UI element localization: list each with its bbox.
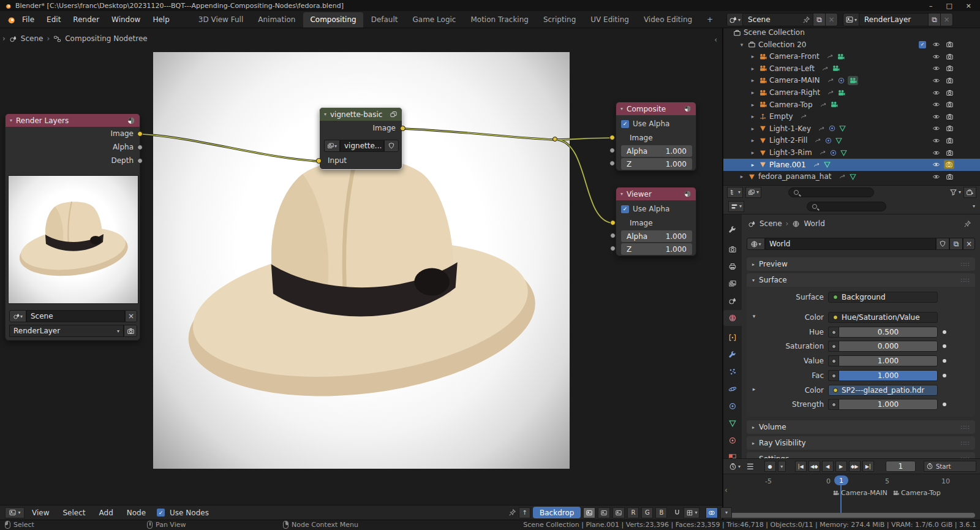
render-visibility-icon[interactable] [946,100,954,108]
vignette-image-socket[interactable] [400,126,405,131]
unlink-scene-button[interactable]: × [825,13,837,26]
surface-panel-header[interactable]: ▾ Surface ∷∷ [747,273,975,287]
panel-drag-handle[interactable]: ∷∷ [960,440,970,447]
vignette-node-header[interactable]: ▾ vignette-basic [320,108,402,121]
current-frame-field[interactable]: 1 [886,461,916,472]
collapse-node-icon[interactable]: ▾ [324,112,326,117]
disclosure-icon[interactable]: ▸ [749,137,756,143]
tab-world[interactable] [723,310,742,326]
tab-motion-tracking[interactable]: Motion Tracking [464,12,535,28]
render-visibility-icon[interactable] [946,113,954,121]
blender-menu-icon[interactable] [5,14,16,25]
world-browse-button[interactable]: ▾ [747,238,765,250]
outliner-row-light-1-key[interactable]: ▸ Light-1-Key [723,123,980,135]
hue-slider[interactable]: 0.500 [839,327,938,338]
tab-object-data[interactable] [723,415,742,431]
use-alpha-checkbox[interactable]: ✓ [621,205,629,213]
panel-drag-handle[interactable]: ∷∷ [960,277,970,284]
fac-slider[interactable]: 1.000 [839,370,938,381]
jump-to-end-button[interactable]: ▶| [862,461,874,472]
group-name-field[interactable]: vignette... [340,140,384,152]
disclosure-icon[interactable]: ▸ [749,89,756,96]
timeline-editor[interactable]: ▾ ☰ ● ▾ |◀ ◀◆ ◀ ▶ ◆▶ ▶| 1 Start -5 0 5 1… [723,458,980,520]
add-workspace-button[interactable]: + [700,12,720,28]
new-world-button[interactable]: ⧉ [949,238,963,250]
backdrop-alpha-button[interactable] [612,507,625,518]
start-frame-field[interactable]: Start [924,461,976,472]
keyframe-dot[interactable] [943,344,946,348]
socket-button[interactable] [828,341,839,352]
panel-drag-handle[interactable]: ∷∷ [960,261,970,268]
fake-user-button[interactable] [936,238,949,250]
ray-visibility-panel-header[interactable]: ▸ Ray Visibility ∷∷ [747,436,975,450]
hide-eye-icon[interactable] [932,40,940,48]
compositor-node-editor[interactable]: › Scene › Compositing Nodetree ‹ ▾ Rende… [0,28,723,505]
collapse-node-icon[interactable]: ▾ [10,118,12,123]
render-visibility-icon[interactable] [946,173,954,181]
properties-options-dropdown[interactable]: ▾ [973,203,975,209]
collapse-node-icon[interactable]: ▾ [620,191,623,197]
tab-render[interactable] [723,241,742,257]
menu-node[interactable]: Node [121,509,152,517]
current-frame-badge[interactable]: 1 [834,475,848,485]
scene-browse-button[interactable]: ▾ [727,13,743,26]
outliner-row-scene-collection[interactable]: Scene Collection [723,28,980,39]
socket-button[interactable] [828,355,839,366]
view-layer-selector[interactable]: ▾ RenderLayer ⧉ × [843,13,953,26]
disclosure-icon[interactable]: ▾ [738,42,745,48]
scene-name[interactable]: Scene [743,15,802,24]
unlink-scene-button[interactable]: × [125,310,137,322]
keyframe-dot[interactable] [943,374,946,377]
composite-z-socket[interactable] [609,161,615,166]
value-slider[interactable]: 1.000 [839,355,938,366]
disclosure-icon[interactable]: ▸ [749,53,756,59]
channel-r-button[interactable]: R [627,507,639,518]
tab-scripting[interactable]: Scripting [537,12,582,28]
outliner-search-input[interactable] [788,187,874,197]
keyframe-dot[interactable] [943,359,946,363]
tab-3d-view-full[interactable]: 3D View Full [192,12,251,28]
socket-button[interactable] [828,399,839,410]
menu-view[interactable]: View [26,509,55,517]
menu-add[interactable]: Add [93,509,119,517]
pin-icon[interactable] [508,509,516,517]
channel-b-button[interactable]: B [655,507,667,518]
render-visibility-icon[interactable] [946,89,954,97]
hide-eye-icon[interactable] [932,137,940,145]
tab-output[interactable] [723,259,742,274]
snap-settings-dropdown[interactable]: ▾ [684,507,699,518]
outliner-row-collection-20[interactable]: ▾ Collection 20 ✓ [723,39,980,51]
region-expand-arrow[interactable]: ‹ [725,486,728,494]
tab-modifiers[interactable] [723,347,742,363]
tab-particles[interactable] [723,364,742,380]
keyframe-dot[interactable] [943,330,946,334]
render-layers-image-socket[interactable] [137,131,143,137]
tab-game-logic[interactable]: Game Logic [406,12,463,28]
render-visibility-icon[interactable] [946,137,954,145]
next-keyframe-button[interactable]: ◆▶ [849,461,861,472]
tab-texture[interactable] [723,450,742,458]
hide-eye-icon[interactable] [932,149,940,157]
viewer-node[interactable]: ▾ Viewer ✓ Use Alpha Image Alpha1.000 Z1… [616,187,696,256]
play-reverse-button[interactable]: ◀ [822,461,834,472]
viewer-image-socket[interactable] [610,220,616,225]
keying-set-dropdown[interactable]: ▾ [778,461,786,472]
tab-physics[interactable] [723,381,742,397]
hide-eye-icon[interactable] [932,124,940,132]
render-layers-depth-socket[interactable] [137,158,143,164]
composite-node-header[interactable]: ▾ Composite [616,102,696,115]
composite-alpha-socket[interactable] [609,148,615,153]
viewer-alpha-socket[interactable] [610,233,616,238]
tab-animation[interactable]: Animation [251,12,302,28]
hide-eye-icon[interactable] [932,100,940,108]
render-visibility-icon[interactable] [946,124,954,132]
disclosure-icon[interactable]: ▸ [749,102,756,108]
menu-help[interactable]: Help [146,13,175,26]
unlink-world-button[interactable]: × [963,238,975,250]
render-visibility-icon[interactable] [946,149,954,157]
render-visibility-icon[interactable] [946,53,954,61]
snap-magnet-icon[interactable] [673,509,681,517]
disclosure-icon[interactable]: ▸ [749,150,756,156]
hide-eye-icon[interactable] [932,89,940,97]
hide-eye-icon[interactable] [932,77,940,85]
